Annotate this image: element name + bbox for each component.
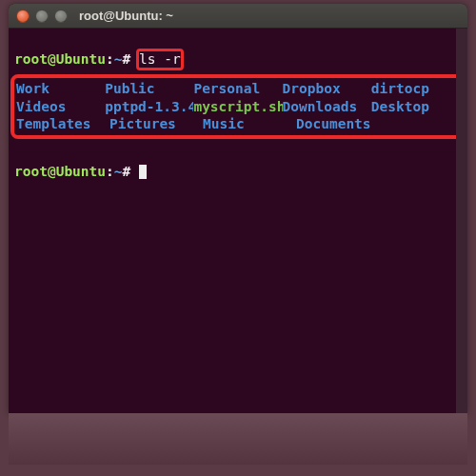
prompt-path: ~	[114, 164, 123, 179]
minimize-icon[interactable]	[35, 10, 49, 23]
window-title: root@Ubuntu: ~	[79, 9, 173, 23]
maximize-icon[interactable]	[54, 10, 68, 23]
directory-entry: dirtocp	[371, 80, 460, 98]
command-highlight: ls -r	[139, 50, 181, 69]
ls-output-highlight: WorkPublicPersonalDropboxdirtocpVideospp…	[14, 76, 462, 138]
directory-entry: Personal	[193, 80, 282, 98]
titlebar[interactable]: root@Ubuntu: ~	[9, 4, 467, 29]
prompt-user: root@Ubuntu	[14, 51, 106, 67]
directory-entry: Work	[16, 80, 105, 98]
scrollbar[interactable]	[456, 29, 467, 413]
prompt-symbol: #	[123, 51, 131, 67]
terminal-body[interactable]: root@Ubuntu:~# ls -r WorkPublicPersonalD…	[9, 29, 467, 413]
cursor	[139, 165, 147, 179]
prompt-user: root@Ubuntu	[14, 164, 106, 179]
ls-row: WorkPublicPersonalDropboxdirtocp	[16, 80, 460, 98]
directory-entry: Templates	[16, 115, 109, 133]
ls-row: Videospptpd-1.3.4myscript.shDownloadsDes…	[16, 98, 460, 116]
command-text: ls -r	[139, 51, 181, 67]
directory-entry: Videos	[16, 98, 105, 116]
terminal-window: root@Ubuntu: ~ root@Ubuntu:~# ls -r Work…	[9, 4, 467, 413]
directory-entry: Downloads	[283, 98, 371, 116]
prompt-sep: :	[106, 164, 114, 179]
ls-row: TemplatesPicturesMusicDocuments	[16, 115, 460, 133]
prompt-sep: :	[106, 51, 114, 67]
prompt-line-1: root@Ubuntu:~# ls -r	[14, 51, 181, 67]
directory-entry: Pictures	[109, 115, 203, 133]
directory-entry: pptpd-1.3.4	[105, 98, 193, 116]
desktop-background	[9, 413, 467, 465]
close-icon[interactable]	[16, 10, 30, 23]
directory-entry: Public	[105, 80, 193, 98]
directory-entry: Desktop	[371, 98, 460, 116]
prompt-symbol: #	[123, 164, 131, 179]
prompt-path: ~	[114, 51, 123, 67]
directory-entry: Music	[203, 115, 296, 133]
executable-entry: myscript.sh	[193, 98, 282, 116]
directory-entry: Dropbox	[283, 80, 371, 98]
directory-entry: Documents	[296, 115, 389, 133]
prompt-line-2: root@Ubuntu:~#	[14, 163, 462, 181]
